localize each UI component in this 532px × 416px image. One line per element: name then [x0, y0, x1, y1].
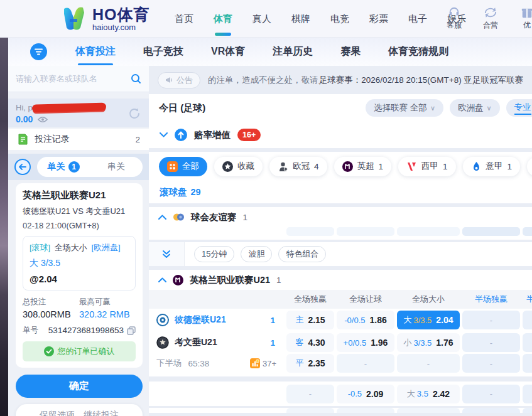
league-logo-icon	[173, 275, 183, 285]
slip-selection-box: [滚球] 全场大小 [欧洲盘] 大 3/3.5 @2.04	[23, 236, 136, 291]
markets-count[interactable]: 37+	[263, 359, 276, 368]
logo-domain: haiouty.com	[92, 23, 150, 32]
tool-chip-15min[interactable]: 15分钟	[194, 246, 234, 262]
nav-board-games[interactable]: 棋牌	[281, 0, 320, 38]
tab-single-bet[interactable]: 单关 1	[37, 157, 90, 177]
tab-bet-history[interactable]: 注单历史	[273, 43, 313, 61]
sports-filter-button[interactable]	[30, 43, 47, 60]
chip-afc-champions-two[interactable]: 亚冠二2	[527, 157, 532, 176]
odds-cell-empty[interactable]: -	[462, 333, 520, 352]
tab-betting-rules[interactable]: 体育竞猜规则	[388, 43, 448, 61]
quick-links: 客服 合营 优	[440, 6, 532, 31]
mode-pro[interactable]: 专业	[514, 102, 531, 115]
serie-a-icon	[471, 161, 482, 172]
copy-icon[interactable]	[127, 326, 136, 335]
tool-chip-special-combo[interactable]: 特色组合	[278, 246, 326, 262]
tab-vr-sports[interactable]: VR体育	[211, 43, 245, 61]
market-tools-row: 15分钟 波胆 特色组合	[149, 242, 532, 266]
refresh-balance-button[interactable]	[128, 107, 141, 120]
odds-cell-empty[interactable]: -	[286, 385, 334, 403]
bet-slip-sidebar: Hi, p 0.00 投注记录 2 单关 1 串关 英格兰职业联赛U21	[8, 66, 149, 416]
column-full-time-over-under: 全场大小	[397, 294, 460, 305]
page-title: 今日 (足球)	[159, 102, 205, 114]
nav-slots[interactable]: 电子	[398, 0, 437, 38]
column-half-time-result[interactable]: 半场独赢	[462, 294, 520, 305]
odds-cell-empty[interactable]: -	[523, 333, 532, 352]
handshake-icon	[484, 6, 497, 19]
odds-cell-away-handicap[interactable]: +0/0.51.96	[337, 333, 394, 352]
away-team-name[interactable]: 考文垂U21	[175, 337, 217, 348]
live-markets-row[interactable]: 滚球盘 29	[149, 181, 532, 203]
nav-lottery[interactable]: 彩票	[359, 0, 398, 38]
odds-cell-empty[interactable]: -	[462, 311, 520, 329]
odds-cell-over-selected[interactable]: 大3/3.52.04	[397, 311, 460, 329]
odds-cell-home-win[interactable]: 主2.15	[286, 311, 334, 329]
view-mode-toggle[interactable]: 专业 新	[506, 99, 532, 117]
promotions-button[interactable]: 优	[513, 6, 532, 31]
tab-results[interactable]: 赛果	[340, 43, 361, 61]
back-button[interactable]	[14, 159, 31, 175]
odds-cell-empty[interactable]: -	[337, 354, 394, 373]
customer-service-button[interactable]: 客服	[440, 6, 468, 31]
tab-parlay-bet[interactable]: 串关	[90, 157, 143, 177]
odds-cell-empty[interactable]: -	[462, 385, 520, 403]
tool-chip-correct-score[interactable]: 波胆	[241, 246, 272, 262]
odds-boost-count-badge: 16+	[237, 129, 261, 141]
odds-cell-empty[interactable]: -	[523, 385, 532, 403]
odds-cell-empty[interactable]: -	[523, 354, 532, 373]
chevron-up-icon	[158, 215, 166, 220]
odds-cell-under[interactable]: 小3/3.51.76	[397, 333, 460, 352]
bet-record-item[interactable]: 投注记录 2	[8, 129, 149, 150]
odds-boost-row[interactable]: 赔率增值 16+	[149, 122, 532, 148]
league-select-dropdown[interactable]: 选择联赛 全部∨	[366, 99, 443, 117]
league-section-title: 英格兰职业联赛U21	[190, 274, 270, 286]
search-input[interactable]	[16, 74, 131, 83]
search-bar	[8, 66, 149, 92]
odds-format-tag: [欧洲盘]	[91, 243, 120, 252]
league-section-header[interactable]: 英格兰职业联赛U21 1	[149, 270, 532, 290]
odds-cell-home-handicap[interactable]: -0/0.51.86	[337, 311, 394, 329]
partnership-button[interactable]: 合营	[477, 6, 504, 31]
eye-icon[interactable]	[38, 116, 48, 123]
odds-cell-handicap-alt[interactable]: -0.52.09	[337, 385, 394, 403]
background-photo-strip	[0, 38, 8, 416]
search-icon[interactable]	[131, 73, 141, 84]
nav-sports[interactable]: 体育	[204, 0, 242, 38]
nav-live-casino[interactable]: 真人	[242, 0, 281, 38]
refresh-icon	[128, 107, 141, 120]
confirm-button[interactable]: 确定	[16, 375, 143, 398]
odds-cell-empty[interactable]: -	[397, 354, 460, 373]
odds-cell-draw[interactable]: 平2.35	[286, 354, 334, 373]
nav-home[interactable]: 首页	[165, 0, 204, 38]
nav-esports[interactable]: 电竞	[320, 0, 359, 38]
announcement-pill[interactable]: 公告	[158, 72, 200, 88]
chip-serie-a[interactable]: 意甲1	[463, 157, 521, 176]
logo-title: HO体育	[92, 6, 150, 23]
stats-icon	[250, 358, 260, 368]
friendly-section-header[interactable]: 球会友谊赛 1	[149, 207, 532, 227]
chevron-down-icon	[160, 132, 168, 137]
keep-selection-button[interactable]: 保留选项，继续投注	[16, 404, 143, 416]
match-row-home: 彼德堡联U21 1 主2.15 -0/0.51.86 大3/3.52.04 - …	[149, 309, 532, 331]
odds-cell-over-alt[interactable]: 大3.52.42	[397, 385, 460, 403]
chip-premier-league[interactable]: 英超1	[334, 157, 392, 176]
ticket-number-label: 单号	[23, 325, 38, 336]
odds-cell-away-win[interactable]: 客4.30	[286, 333, 334, 352]
column-half-time-handicap[interactable]: 半场让球	[523, 294, 532, 305]
home-team-name[interactable]: 彼德堡联U21	[175, 314, 226, 326]
champions-league-icon	[278, 161, 288, 172]
chip-all-leagues[interactable]: 全部	[159, 157, 207, 176]
active-nav-indicator	[215, 33, 231, 36]
chip-champions-league[interactable]: 欧冠4	[269, 157, 327, 176]
match-clock: 65:38	[188, 359, 210, 368]
odds-format-dropdown[interactable]: 欧洲盘∨	[450, 99, 500, 117]
tab-esports[interactable]: 电子竞技	[143, 43, 183, 61]
odds-cell-empty[interactable]: -	[462, 354, 520, 373]
expand-all-button[interactable]	[149, 242, 185, 266]
chip-la-liga[interactable]: 西甲1	[398, 157, 456, 176]
chip-favorites[interactable]: 收藏	[214, 157, 263, 176]
logo[interactable]: HO体育 haiouty.com	[60, 5, 150, 33]
odds-cell-empty[interactable]: -	[523, 311, 532, 329]
tab-sports-betting[interactable]: 体育投注	[75, 43, 116, 61]
check-circle-icon	[44, 346, 54, 356]
